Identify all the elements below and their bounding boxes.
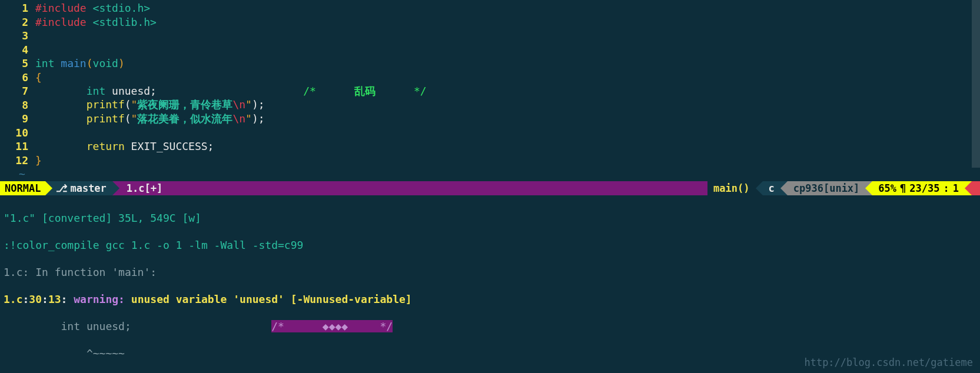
code-content: int unuesd; /* 乱码 */ xyxy=(35,84,980,98)
position-indicator: 65% ¶ 23/35 : 1 xyxy=(872,181,965,195)
scrollbar[interactable] xyxy=(972,0,980,168)
code-content: int main(void) xyxy=(35,57,980,69)
line-number: 8 xyxy=(0,99,35,111)
line-number: 5 xyxy=(0,57,35,69)
branch-icon: ⎇ xyxy=(56,182,68,194)
line-number: 11 xyxy=(0,140,35,152)
line-number: 12 xyxy=(0,154,35,166)
status-bar: NORMAL ⎇ master 1.c[+] main() c cp936[un… xyxy=(0,181,980,195)
git-branch: ⎇ master xyxy=(52,181,112,195)
line-number: 1 xyxy=(0,2,35,14)
code-content: return EXIT_SUCCESS; xyxy=(35,140,980,152)
separator-icon xyxy=(965,181,972,195)
code-line[interactable]: 4 xyxy=(0,43,980,57)
file-name: 1.c[+] xyxy=(119,181,170,195)
separator-icon xyxy=(756,181,763,195)
line-pos: 23/35 xyxy=(909,182,939,194)
code-line[interactable]: 12} xyxy=(0,154,980,168)
code-line[interactable]: 10 xyxy=(0,126,980,140)
separator-icon xyxy=(45,181,52,195)
mode-indicator: NORMAL xyxy=(0,181,45,195)
current-function: main() xyxy=(707,181,755,195)
compiler-warning: 1.c:30:13: warning: unused variable 'unu… xyxy=(4,292,976,306)
code-content: #include <stdio.h> xyxy=(35,2,980,14)
col-pos: 1 xyxy=(953,182,959,194)
warning-caret: ^~~~~~ xyxy=(4,347,125,359)
separator-icon xyxy=(780,181,788,195)
code-line[interactable]: 5int main(void) xyxy=(0,56,980,71)
code-content: printf("紫夜阑珊，青伶巷草\n"); xyxy=(35,98,980,112)
code-line[interactable]: 1#include <stdio.h> xyxy=(0,1,980,15)
filetype: c xyxy=(763,181,780,195)
line-number: 2 xyxy=(0,16,35,28)
line-number: 7 xyxy=(0,85,35,97)
code-line[interactable]: 2#include <stdlib.h> xyxy=(0,15,980,29)
code-content: { xyxy=(35,71,980,84)
line-number: 9 xyxy=(0,112,35,125)
branch-name: master xyxy=(70,182,106,194)
compile-command: :!color_compile gcc 1.c -o 1 -lm -Wall -… xyxy=(4,239,303,251)
separator-icon xyxy=(170,181,177,195)
code-content: printf("落花美眷，似水流年\n"); xyxy=(35,112,980,126)
line-number: 6 xyxy=(0,71,35,84)
watermark: http://blog.csdn.net/gatieme xyxy=(804,357,973,368)
line-number: 3 xyxy=(0,29,35,42)
status-spacer xyxy=(177,181,707,195)
code-editor[interactable]: 1#include <stdio.h>2#include <stdlib.h>3… xyxy=(0,0,980,181)
warning-source-line: int unuesd; /* ◆◆◆◆ */ xyxy=(4,319,976,333)
code-line[interactable]: 11 return EXIT_SUCCESS; xyxy=(0,139,980,154)
separator-icon xyxy=(865,181,872,195)
pilcrow-icon: ¶ xyxy=(900,182,906,194)
compiler-context: 1.c: In function 'main': xyxy=(4,266,157,278)
code-content: } xyxy=(35,154,980,166)
code-content: #include <stdlib.h> xyxy=(35,16,980,28)
percent: 65% xyxy=(878,182,896,194)
code-line[interactable]: 8 printf("紫夜阑珊，青伶巷草\n"); xyxy=(0,98,980,112)
encoding: cp936[unix] xyxy=(788,181,866,195)
empty-line-marker: ~ xyxy=(0,168,25,180)
file-written-msg: "1.c" [converted] 35L, 549C [w] xyxy=(4,212,201,224)
line-number: 10 xyxy=(0,126,35,139)
code-line[interactable]: 9 printf("落花美眷，似水流年\n"); xyxy=(0,112,980,126)
status-end xyxy=(972,181,980,195)
code-line[interactable]: 7 int unuesd; /* 乱码 */ xyxy=(0,84,980,98)
code-line[interactable]: 6{ xyxy=(0,71,980,85)
command-output: "1.c" [converted] 35L, 549C [w] :!color_… xyxy=(0,195,980,374)
separator-icon xyxy=(112,181,119,195)
code-line[interactable]: 3 xyxy=(0,29,980,43)
line-number: 4 xyxy=(0,44,35,56)
